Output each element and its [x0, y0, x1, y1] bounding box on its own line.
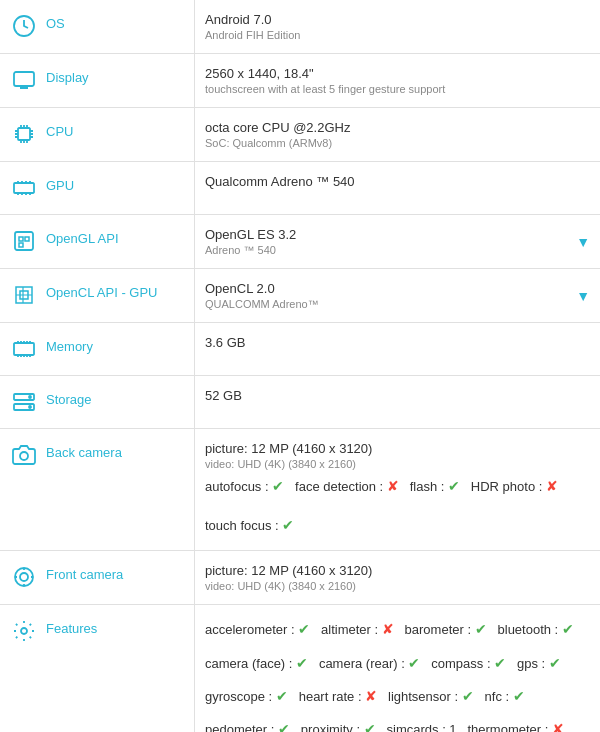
feature-item: simcards : 1 [387, 722, 468, 732]
feature-item: thermometer : ✘ [467, 722, 571, 732]
feature-item: barometer : ✔ [405, 622, 498, 637]
features-line-3: pedometer : ✔ proximity : ✔ simcards : 1… [205, 717, 590, 732]
check-icon: ✔ [448, 478, 460, 494]
feature-item: gyroscope : ✔ [205, 689, 299, 704]
check-icon: ✔ [462, 688, 474, 704]
cross-icon: ✘ [365, 688, 377, 704]
feature-item: camera (face) : ✔ [205, 656, 319, 671]
camera-icon [10, 441, 38, 469]
spec-row-backcamera: Back camerapicture: 12 MP (4160 x 3120)v… [0, 428, 600, 551]
feature-item: lightsensor : ✔ [388, 689, 485, 704]
memory-icon [10, 335, 38, 363]
feature-item: nfc : ✔ [485, 689, 532, 704]
svg-rect-4 [15, 232, 33, 250]
spec-label-features: Features [0, 605, 194, 732]
check-icon: ✔ [272, 478, 284, 494]
spec-row-opencl: OpenCL API - GPUOpenCL 2.0QUALCOMM Adren… [0, 268, 600, 323]
features-line-2: gyroscope : ✔ heart rate : ✘ lightsensor… [205, 684, 590, 709]
spec-value-os: Android 7.0Android FIH Edition [194, 0, 600, 53]
spec-sub-opengl: Adreno ™ 540 [205, 244, 590, 256]
spec-main-opencl: OpenCL 2.0 [205, 281, 590, 296]
spec-label-text-cpu: CPU [46, 120, 73, 139]
spec-label-frontcamera: Front camera [0, 551, 194, 604]
spec-row-display: Display2560 x 1440, 18.4"touchscreen wit… [0, 53, 600, 108]
svg-rect-1 [14, 72, 34, 86]
feature-item: altimeter : ✘ [321, 622, 405, 637]
spec-value-features: accelerometer : ✔ altimeter : ✘ baromete… [194, 605, 600, 732]
feature-item: heart rate : ✘ [299, 689, 388, 704]
touch-focus-label: touch focus : ✔ [205, 518, 294, 533]
dropdown-icon[interactable]: ▼ [576, 234, 590, 250]
backcamera-features: autofocus : ✔ face detection : ✘ flash :… [205, 474, 590, 499]
spec-label-text-backcamera: Back camera [46, 441, 122, 460]
check-icon: ✔ [276, 688, 288, 704]
svg-rect-5 [14, 343, 34, 355]
svg-point-11 [15, 568, 33, 586]
check-icon: ✔ [549, 655, 561, 671]
features-line-1: camera (face) : ✔ camera (rear) : ✔ comp… [205, 651, 590, 676]
spec-label-text-display: Display [46, 66, 89, 85]
feature-item: pedometer : ✔ [205, 722, 301, 732]
spec-label-text-opengl: OpenGL API [46, 227, 119, 246]
spec-value-opencl: OpenCL 2.0QUALCOMM Adreno™▼ [194, 269, 600, 322]
cpu-icon [10, 120, 38, 148]
spec-sub-display: touchscreen with at least 5 finger gestu… [205, 83, 590, 95]
cross-icon: ✘ [382, 621, 394, 637]
check-icon: ✔ [494, 655, 506, 671]
spec-value-cpu: octa core CPU @2.2GHzSoC: Qualcomm (ARMv… [194, 108, 600, 161]
feature-item: accelerometer : ✔ [205, 622, 321, 637]
feature-item: bluetooth : ✔ [498, 622, 582, 637]
check-icon: ✔ [278, 721, 290, 732]
feature-item: HDR photo : ✘ [471, 479, 565, 494]
spec-value-frontcamera: picture: 12 MP (4160 x 3120)video: UHD (… [194, 551, 600, 604]
spec-sub-cpu: SoC: Qualcomm (ARMv8) [205, 137, 590, 149]
touch-focus-line: touch focus : ✔ [205, 513, 590, 538]
frontcamera-icon [10, 563, 38, 591]
svg-rect-2 [18, 128, 30, 140]
spec-main-memory: 3.6 GB [205, 335, 590, 350]
svg-point-13 [21, 628, 27, 634]
gpu-icon [10, 174, 38, 202]
spec-value-gpu: Qualcomm Adreno ™ 540 [194, 162, 600, 214]
spec-label-opengl: OpenGL API [0, 215, 194, 268]
feature-item: face detection : ✘ [295, 479, 410, 494]
check-icon: ✔ [364, 721, 376, 732]
spec-label-text-gpu: GPU [46, 174, 74, 193]
dropdown-icon[interactable]: ▼ [576, 288, 590, 304]
spec-label-text-features: Features [46, 617, 97, 636]
svg-point-12 [20, 573, 28, 581]
spec-main-gpu: Qualcomm Adreno ™ 540 [205, 174, 590, 189]
feature-item: gps : ✔ [517, 656, 568, 671]
feature-item: camera (rear) : ✔ [319, 656, 431, 671]
spec-label-memory: Memory [0, 323, 194, 375]
spec-label-opencl: OpenCL API - GPU [0, 269, 194, 322]
spec-main-cpu: octa core CPU @2.2GHz [205, 120, 590, 135]
os-icon [10, 12, 38, 40]
spec-value-display: 2560 x 1440, 18.4"touchscreen with at le… [194, 54, 600, 107]
spec-main-frontcamera: picture: 12 MP (4160 x 3120) [205, 563, 590, 578]
spec-row-gpu: GPUQualcomm Adreno ™ 540 [0, 161, 600, 215]
svg-rect-3 [14, 183, 34, 193]
check-icon: ✔ [513, 688, 525, 704]
spec-row-os: OSAndroid 7.0Android FIH Edition [0, 0, 600, 54]
check-icon: ✔ [475, 621, 487, 637]
backcamera-main: picture: 12 MP (4160 x 3120) [205, 441, 590, 456]
spec-label-gpu: GPU [0, 162, 194, 214]
svg-point-9 [29, 406, 31, 408]
opengl-icon [10, 227, 38, 255]
storage-icon [10, 388, 38, 416]
spec-label-text-storage: Storage [46, 388, 92, 407]
check-icon: ✔ [562, 621, 574, 637]
display-icon [10, 66, 38, 94]
features-line-0: accelerometer : ✔ altimeter : ✘ baromete… [205, 617, 590, 642]
spec-value-storage: 52 GB [194, 376, 600, 428]
feature-item: autofocus : ✔ [205, 479, 295, 494]
check-icon: ✔ [298, 621, 310, 637]
svg-point-10 [20, 452, 28, 460]
feature-item: flash : ✔ [410, 479, 471, 494]
spec-row-cpu: CPUocta core CPU @2.2GHzSoC: Qualcomm (A… [0, 107, 600, 162]
features-icon [10, 617, 38, 645]
spec-sub-frontcamera: video: UHD (4K) (3840 x 2160) [205, 580, 590, 592]
spec-label-backcamera: Back camera [0, 429, 194, 550]
spec-label-cpu: CPU [0, 108, 194, 161]
